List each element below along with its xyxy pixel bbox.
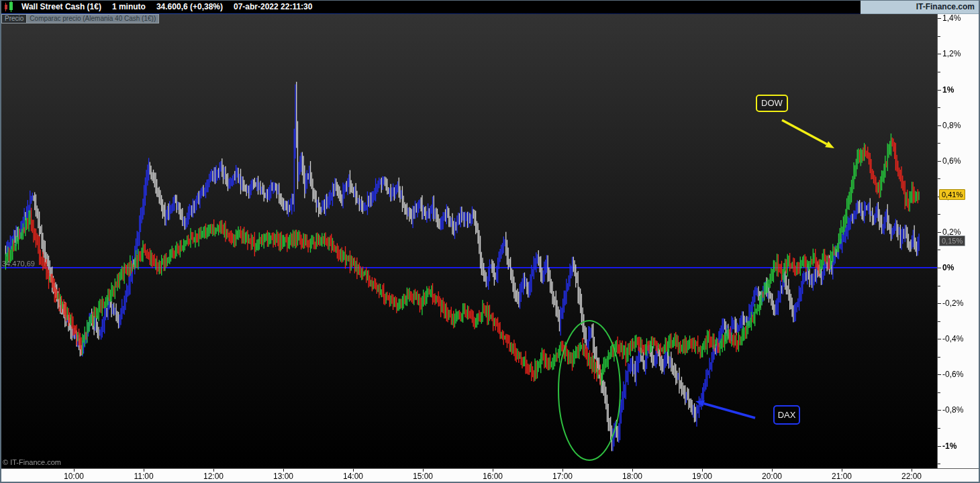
tab-comparac-precio[interactable]: Comparac precio (Alemania 40 Cash (1€)) (27, 14, 159, 23)
y-axis-tick-mark (938, 428, 940, 429)
brand-link[interactable]: IT-Finance.com (861, 0, 979, 14)
timeframe-label: 1 minuto (112, 2, 146, 11)
y-axis-tick-mark (938, 410, 941, 411)
y-axis-tick-label: -0,8% (942, 405, 963, 415)
time-axis[interactable]: 10:0011:0012:0013:0014:0015:0016:0017:00… (1, 468, 979, 482)
y-axis-tick-mark (938, 232, 941, 233)
instrument-title: Wall Street Cash (1€) (21, 2, 101, 11)
dax-last-value-tag: 0,15% (939, 235, 965, 246)
tab-precio[interactable]: Precio (1, 14, 27, 23)
y-axis-tick-mark (938, 125, 941, 126)
y-axis-tick-mark (938, 178, 940, 179)
prorealtime-window: Wall Street Cash (1€) 1 minuto 34.600,6 … (0, 0, 980, 483)
quote-timestamp: 07-abr-2022 22:11:30 (234, 2, 312, 11)
y-axis-tick-mark (938, 72, 940, 72)
x-axis-tick-label: 21:00 (827, 472, 856, 481)
x-axis-tick-label: 17:00 (548, 472, 577, 481)
y-axis-tick-mark (938, 392, 940, 393)
y-axis-tick-label: -1% (942, 441, 957, 451)
dow-annotation-label[interactable]: DOW (756, 95, 788, 112)
y-axis-tick-mark (938, 357, 940, 358)
y-axis-tick-label: 0,8% (942, 120, 961, 131)
x-axis-tick-label: 19:00 (687, 472, 717, 481)
y-axis-tick-mark (938, 339, 941, 339)
chart-tabs: Precio Comparac precio (Alemania 40 Cash… (1, 14, 159, 23)
x-axis-tick-label: 18:00 (618, 472, 647, 481)
y-axis-tick-label: 1% (942, 85, 954, 95)
zero-line-price-label: 34.470,69 (2, 260, 35, 268)
y-axis-tick-mark (938, 36, 940, 37)
candlestick-icon (3, 0, 17, 13)
x-axis-tick-label: 13:00 (268, 472, 298, 481)
price-axis[interactable]: 0,41% 0,15% 1,4%1,2%1%0,8%0,6%0,4%0,2%0%… (937, 14, 979, 468)
red-candle-glyph (5, 5, 7, 9)
y-axis-tick-label: -0,6% (942, 369, 963, 380)
y-axis-tick-mark (938, 143, 940, 144)
y-axis-tick-mark (938, 321, 940, 322)
y-axis-tick-mark (938, 90, 941, 91)
y-axis-tick-label: 1,2% (942, 48, 961, 59)
green-candle-glyph (9, 2, 13, 10)
x-axis-tick-label: 12:00 (199, 472, 228, 481)
y-axis-tick-mark (938, 18, 941, 19)
y-axis-tick-mark (938, 107, 940, 108)
last-quote: 34.600,6 (+0,38%) (156, 2, 223, 11)
x-axis-tick-label: 15:00 (408, 472, 438, 481)
x-axis-tick-label: 11:00 (129, 472, 158, 481)
y-axis-tick-mark (938, 214, 940, 215)
title-bar: Wall Street Cash (1€) 1 minuto 34.600,6 … (0, 0, 980, 13)
y-axis-tick-mark (938, 161, 941, 162)
y-axis-tick-label: -0,2% (942, 298, 963, 309)
dax-annotation-label[interactable]: DAX (773, 405, 800, 425)
title-bar-accent (0, 13, 861, 14)
y-axis-tick-mark (938, 268, 941, 268)
x-axis-tick-label: 14:00 (338, 472, 368, 481)
y-axis-tick-mark (938, 374, 941, 375)
y-axis-tick-label: -0,4% (942, 333, 963, 344)
x-axis-tick-label: 20:00 (757, 472, 787, 481)
y-axis-tick-label: 1,4% (942, 14, 961, 23)
watermark: © IT-Finance.com (3, 458, 61, 466)
y-axis-tick-mark (938, 303, 941, 304)
y-axis-tick-mark (938, 446, 941, 447)
y-axis-tick-mark (938, 54, 941, 54)
x-axis-tick-label: 22:00 (897, 472, 926, 481)
x-axis-tick-label: 10:00 (59, 472, 89, 481)
y-axis-tick-label: 0,6% (942, 156, 961, 166)
y-axis-tick-mark (938, 286, 940, 286)
y-axis-tick-mark (938, 250, 940, 250)
y-axis-tick-mark (938, 464, 940, 464)
dow-last-value-tag: 0,41% (939, 189, 965, 200)
price-chart-canvas[interactable] (1, 14, 937, 468)
x-axis-tick-label: 16:00 (478, 472, 507, 481)
y-axis-tick-label: 0% (942, 262, 954, 273)
